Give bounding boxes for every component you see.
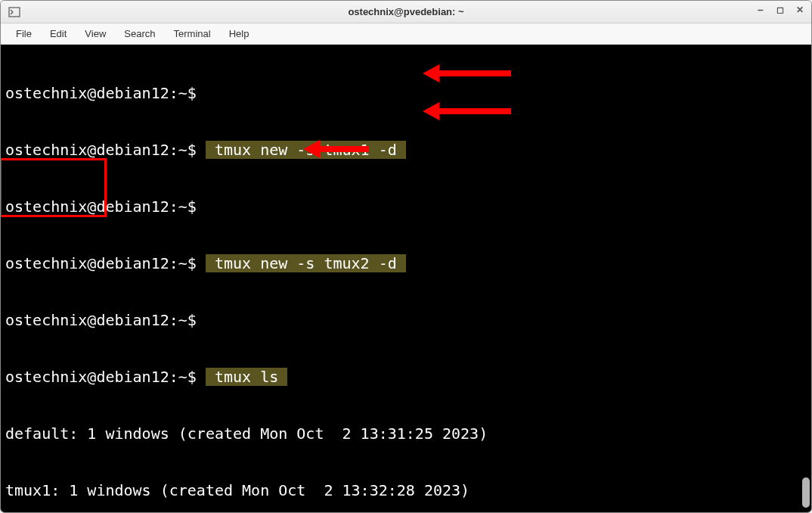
menu-terminal[interactable]: Terminal <box>166 26 218 42</box>
term-line-output: default: 1 windows (created Mon Oct 2 13… <box>5 424 807 443</box>
highlighted-command: tmux ls <box>206 368 287 386</box>
menu-search[interactable]: Search <box>116 26 163 42</box>
menu-view[interactable]: View <box>77 26 113 42</box>
menu-edit[interactable]: Edit <box>42 26 74 42</box>
window-title: ostechnix@pvedebian: ~ <box>348 6 463 17</box>
annotation-arrow-icon <box>423 69 511 78</box>
terminal-area[interactable]: ostechnix@debian12:~$ ostechnix@debian12… <box>1 45 811 512</box>
highlighted-command: tmux new -s tmux2 -d <box>206 254 406 272</box>
term-line: ostechnix@debian12:~$ <box>5 311 807 330</box>
window-controls: ‒ ◻ ✕ <box>755 5 805 15</box>
term-line: ostechnix@debian12:~$ tmux new -s tmux2 … <box>5 254 807 273</box>
scrollbar[interactable] <box>802 477 810 508</box>
annotation-arrow-icon <box>303 145 369 154</box>
titlebar: ostechnix@pvedebian: ~ ‒ ◻ ✕ <box>1 1 811 23</box>
maximize-button[interactable]: ◻ <box>775 5 786 15</box>
menu-help[interactable]: Help <box>222 26 257 42</box>
term-line: ostechnix@debian12:~$ <box>5 197 807 216</box>
term-line: ostechnix@debian12:~$ tmux new -s tmux1 … <box>5 141 807 160</box>
term-line-output: tmux1: 1 windows (created Mon Oct 2 13:3… <box>5 481 807 500</box>
minimize-button[interactable]: ‒ <box>755 5 766 15</box>
annotation-arrow-icon <box>423 107 511 116</box>
app-icon <box>8 6 20 18</box>
menu-file[interactable]: File <box>8 26 39 42</box>
term-line: ostechnix@debian12:~$ tmux ls <box>5 368 807 387</box>
close-button[interactable]: ✕ <box>795 5 805 15</box>
term-line: ostechnix@debian12:~$ <box>5 84 807 103</box>
menubar: File Edit View Search Terminal Help <box>1 23 811 45</box>
svg-rect-0 <box>9 8 20 17</box>
